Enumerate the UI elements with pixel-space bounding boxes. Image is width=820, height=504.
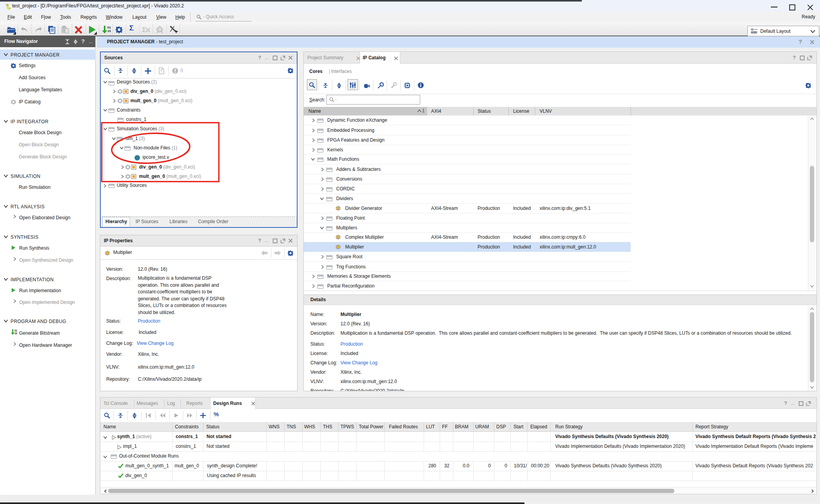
svg-text:10: 10 [107, 29, 111, 33]
svg-text:?: ? [160, 69, 162, 73]
svg-text:10: 10 [14, 332, 17, 335]
svg-text:01: 01 [14, 329, 17, 332]
svg-text:01: 01 [107, 26, 111, 29]
svg-text:Σ: Σ [142, 26, 146, 34]
